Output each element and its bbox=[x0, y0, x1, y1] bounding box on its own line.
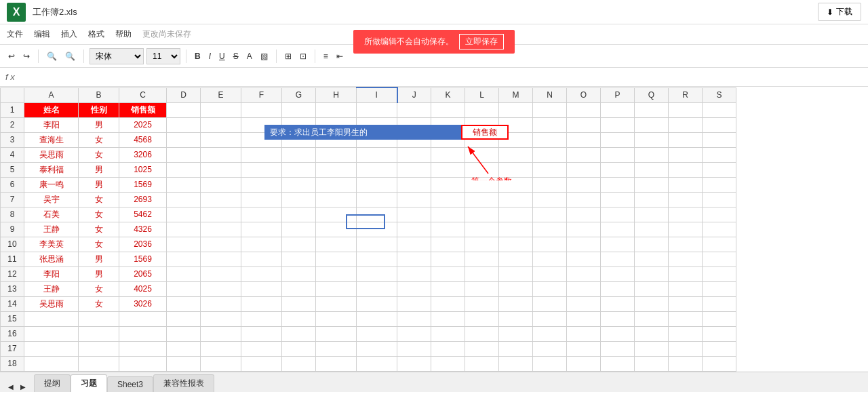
cell-k15[interactable] bbox=[431, 311, 465, 326]
cell-n9[interactable] bbox=[533, 222, 567, 237]
cell-j6[interactable] bbox=[397, 177, 431, 192]
cell-n1[interactable] bbox=[533, 102, 567, 117]
cell-b12[interactable]: 男 bbox=[79, 266, 119, 281]
cell-n7[interactable] bbox=[533, 192, 567, 207]
redo-button[interactable]: ↪ bbox=[20, 50, 33, 62]
cell-e17[interactable] bbox=[201, 341, 241, 356]
cell-j8[interactable] bbox=[397, 207, 431, 222]
cell-f11[interactable] bbox=[241, 252, 282, 266]
cell-r3[interactable] bbox=[669, 132, 703, 147]
cell-o13[interactable] bbox=[567, 281, 601, 296]
cell-b13[interactable]: 女 bbox=[79, 281, 119, 296]
cell-s4[interactable] bbox=[703, 147, 736, 162]
cell-j15[interactable] bbox=[397, 311, 431, 326]
cell-e14[interactable] bbox=[201, 296, 241, 311]
cell-j4[interactable] bbox=[397, 147, 431, 162]
cell-s9[interactable] bbox=[703, 222, 736, 237]
cell-s10[interactable] bbox=[703, 237, 736, 252]
col-header-o[interactable]: O bbox=[567, 87, 601, 102]
col-header-e[interactable]: E bbox=[201, 87, 241, 102]
cell-r10[interactable] bbox=[669, 237, 703, 252]
cell-a18[interactable] bbox=[24, 356, 79, 371]
cell-e1[interactable] bbox=[201, 102, 241, 117]
cell-d1[interactable] bbox=[167, 102, 201, 117]
cell-j5[interactable] bbox=[397, 162, 431, 177]
col-header-q[interactable]: Q bbox=[635, 87, 669, 102]
cell-b6[interactable]: 男 bbox=[79, 177, 119, 192]
col-header-n[interactable]: N bbox=[533, 87, 567, 102]
cell-c4[interactable]: 3206 bbox=[119, 147, 167, 162]
cell-r5[interactable] bbox=[669, 162, 703, 177]
cell-q17[interactable] bbox=[635, 341, 669, 356]
cell-g15[interactable] bbox=[282, 311, 316, 326]
cell-b14[interactable]: 女 bbox=[79, 296, 119, 311]
cell-p11[interactable] bbox=[601, 252, 635, 266]
cell-m5[interactable] bbox=[499, 162, 533, 177]
cell-q5[interactable] bbox=[635, 162, 669, 177]
strikethrough-button[interactable]: S bbox=[231, 50, 241, 62]
cell-g6[interactable] bbox=[282, 177, 316, 192]
cell-s14[interactable] bbox=[703, 296, 736, 311]
cell-m11[interactable] bbox=[499, 252, 533, 266]
cell-a3[interactable]: 查海生 bbox=[24, 132, 79, 147]
cell-n6[interactable] bbox=[533, 177, 567, 192]
cell-o17[interactable] bbox=[567, 341, 601, 356]
cell-k17[interactable] bbox=[431, 341, 465, 356]
cell-r13[interactable] bbox=[669, 281, 703, 296]
cell-h6[interactable] bbox=[316, 177, 357, 192]
cell-l16[interactable] bbox=[465, 326, 499, 341]
zoom-out-button[interactable]: 🔍 bbox=[62, 50, 78, 62]
cell-b11[interactable]: 男 bbox=[79, 252, 119, 266]
cell-d2[interactable] bbox=[167, 117, 201, 132]
cell-s2[interactable] bbox=[703, 117, 736, 132]
sheet-tab-sheet3[interactable]: Sheet3 bbox=[107, 376, 153, 392]
cell-n14[interactable] bbox=[533, 296, 567, 311]
cell-e8[interactable] bbox=[201, 207, 241, 222]
cell-h8[interactable] bbox=[316, 207, 357, 222]
cell-g10[interactable] bbox=[282, 237, 316, 252]
cell-q6[interactable] bbox=[635, 177, 669, 192]
cell-p7[interactable] bbox=[601, 192, 635, 207]
cell-s12[interactable] bbox=[703, 266, 736, 281]
cell-c10[interactable]: 2036 bbox=[119, 237, 167, 252]
cell-a9[interactable]: 王静 bbox=[24, 222, 79, 237]
cell-c16[interactable] bbox=[119, 326, 167, 341]
cell-c6[interactable]: 1569 bbox=[119, 177, 167, 192]
cell-a7[interactable]: 吴宇 bbox=[24, 192, 79, 207]
cell-d4[interactable] bbox=[167, 147, 201, 162]
cell-i7[interactable] bbox=[357, 192, 397, 207]
menu-edit[interactable]: 编辑 bbox=[34, 28, 50, 40]
border-button[interactable]: ⊞ bbox=[282, 50, 294, 62]
cell-d16[interactable] bbox=[167, 326, 201, 341]
cell-d18[interactable] bbox=[167, 356, 201, 371]
cell-o11[interactable] bbox=[567, 252, 601, 266]
cell-s13[interactable] bbox=[703, 281, 736, 296]
cell-q8[interactable] bbox=[635, 207, 669, 222]
cell-q2[interactable] bbox=[635, 117, 669, 132]
cell-f14[interactable] bbox=[241, 296, 282, 311]
cell-b3[interactable]: 女 bbox=[79, 132, 119, 147]
cell-m4[interactable] bbox=[499, 147, 533, 162]
cell-m7[interactable] bbox=[499, 192, 533, 207]
cell-p13[interactable] bbox=[601, 281, 635, 296]
cell-r18[interactable] bbox=[669, 356, 703, 371]
italic-button[interactable]: I bbox=[206, 50, 214, 62]
col-header-d[interactable]: D bbox=[167, 87, 201, 102]
menu-help[interactable]: 帮助 bbox=[115, 28, 132, 40]
cell-h11[interactable] bbox=[316, 252, 357, 266]
cell-a8[interactable]: 石美 bbox=[24, 207, 79, 222]
col-header-l[interactable]: L bbox=[465, 87, 499, 102]
cell-s16[interactable] bbox=[703, 326, 736, 341]
cell-r16[interactable] bbox=[669, 326, 703, 341]
cell-k12[interactable] bbox=[431, 266, 465, 281]
cell-r6[interactable] bbox=[669, 177, 703, 192]
cell-l17[interactable] bbox=[465, 341, 499, 356]
cell-o12[interactable] bbox=[567, 266, 601, 281]
cell-r1[interactable] bbox=[669, 102, 703, 117]
cell-r12[interactable] bbox=[669, 266, 703, 281]
cell-j13[interactable] bbox=[397, 281, 431, 296]
cell-b17[interactable] bbox=[79, 341, 119, 356]
cell-r7[interactable] bbox=[669, 192, 703, 207]
cell-l2[interactable] bbox=[465, 117, 499, 132]
cell-g13[interactable] bbox=[282, 281, 316, 296]
